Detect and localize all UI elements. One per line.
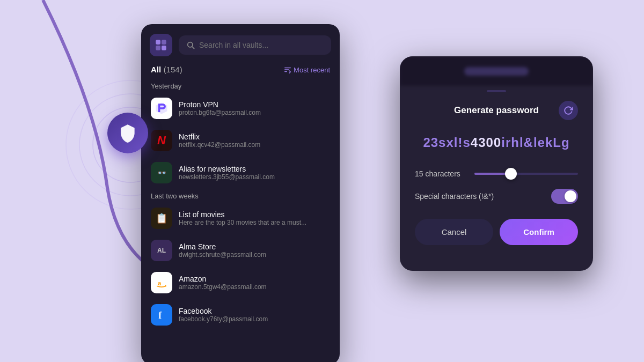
drag-indicator (400, 86, 593, 92)
alias-icon: 👓 (151, 162, 172, 183)
alma-title: Alma Store (179, 242, 330, 251)
svg-text:a: a (158, 279, 162, 287)
generate-password-title: Generate password (434, 105, 559, 116)
password-part3: irhl&lekLg (501, 135, 569, 150)
refresh-button[interactable] (559, 101, 578, 120)
svg-text:f: f (158, 310, 162, 321)
alma-icon: AL (151, 240, 172, 261)
svg-rect-3 (156, 40, 160, 45)
alias-item: Alias for newsletters newsletters.3jb55@… (179, 165, 330, 181)
netflix-icon: N (151, 130, 172, 151)
proton-vpn-item: Proton VPN proton.bg6fa@passmail.com (179, 100, 330, 116)
password-part2: 4300 (471, 135, 501, 150)
confirm-button[interactable]: Confirm (500, 219, 578, 245)
svg-rect-4 (162, 40, 166, 45)
list-item[interactable]: Proton VPN proton.bg6fa@passmail.com (141, 92, 340, 124)
length-slider-row: 15 characters (415, 169, 578, 178)
section-last-two-weeks: Last two weeks (141, 189, 340, 202)
blurred-topbar (400, 56, 593, 86)
proton-icon (151, 98, 172, 119)
vault-count: (154) (164, 65, 182, 74)
app-topbar (141, 24, 340, 63)
search-icon (186, 41, 195, 49)
special-chars-label: Special characters (!&*) (415, 192, 494, 201)
vault-header: All (154) Most recent (141, 63, 340, 79)
vault-title: All (151, 65, 161, 74)
section-yesterday: Yesterday (141, 79, 340, 92)
vault-title-group: All (154) (151, 65, 182, 75)
netflix-title: Netflix (179, 132, 330, 141)
length-label: 15 characters (415, 169, 466, 178)
drag-bar (487, 90, 506, 92)
list-item[interactable]: 👓 Alias for newsletters newsletters.3jb5… (141, 157, 340, 189)
slider-thumb[interactable] (505, 168, 517, 180)
list-item[interactable]: AL Alma Store dwight.schrute@passmail.co… (141, 234, 340, 267)
amazon-email: amazon.5tgw4@passmail.com (179, 283, 330, 291)
movies-item: List of movies Here are the top 30 movie… (179, 210, 330, 226)
password-display: 23sxl!s4300irhl&lekLg (415, 131, 578, 154)
password-text: 23sxl!s4300irhl&lekLg (423, 135, 569, 150)
svg-rect-13 (155, 276, 169, 290)
generate-password-panel: Generate password 23sxl!s4300irhl&lekLg … (400, 56, 593, 271)
facebook-icon: f (151, 304, 172, 326)
facebook-item: Facebook facebook.y76ty@passmail.com (179, 307, 330, 323)
proton-vpn-email: proton.bg6fa@passmail.com (179, 109, 330, 116)
alias-email: newsletters.3jb55@passmail.com (179, 173, 330, 181)
password-manager-panel: All (154) Most recent Yesterday Proton V… (141, 24, 340, 362)
netflix-email: netflix.qcv42@passmail.com (179, 141, 330, 149)
alma-item: Alma Store dwight.schrute@passmail.com (179, 242, 330, 258)
svg-line-8 (192, 47, 194, 49)
movies-desc: Here are the top 30 movies that are a mu… (179, 219, 330, 226)
refresh-icon (564, 106, 573, 115)
facebook-email: facebook.y76ty@passmail.com (179, 315, 330, 323)
cancel-button[interactable]: Cancel (415, 219, 493, 245)
sort-button[interactable]: Most recent (284, 66, 330, 74)
list-item[interactable]: N Netflix netflix.qcv42@passmail.com (141, 124, 340, 157)
movies-title: List of movies (179, 210, 330, 219)
facebook-title: Facebook (179, 307, 330, 315)
length-slider-track[interactable] (474, 173, 578, 175)
amazon-icon: a (151, 272, 172, 293)
rp-content: Generate password 23sxl!s4300irhl&lekLg … (400, 92, 593, 258)
search-input[interactable] (199, 41, 324, 49)
netflix-item: Netflix netflix.qcv42@passmail.com (179, 132, 330, 149)
password-part1: 23sxl!s (423, 135, 470, 150)
special-chars-row: Special characters (!&*) (415, 189, 578, 204)
svg-rect-5 (156, 46, 160, 50)
sort-icon (284, 66, 291, 73)
list-item[interactable]: 📋 List of movies Here are the top 30 mov… (141, 202, 340, 234)
proton-vpn-title: Proton VPN (179, 100, 330, 109)
rp-title-row: Generate password (415, 101, 578, 120)
movies-icon: 📋 (151, 208, 172, 229)
amazon-title: Amazon (179, 275, 330, 283)
shield-float (107, 113, 148, 153)
sort-label: Most recent (294, 66, 330, 74)
blurred-title (464, 67, 529, 76)
alma-email: dwight.schrute@passmail.com (179, 251, 330, 258)
alias-title: Alias for newsletters (179, 165, 330, 173)
app-logo (150, 34, 172, 56)
special-chars-toggle[interactable] (551, 189, 578, 204)
search-bar[interactable] (179, 35, 331, 55)
buttons-row: Cancel Confirm (415, 219, 578, 245)
svg-rect-6 (162, 46, 166, 50)
alma-initials: AL (157, 247, 166, 254)
amazon-item: Amazon amazon.5tgw4@passmail.com (179, 275, 330, 291)
list-item[interactable]: a Amazon amazon.5tgw4@passmail.com (141, 267, 340, 299)
list-item[interactable]: f Facebook facebook.y76ty@passmail.com (141, 299, 340, 331)
toggle-knob (565, 190, 576, 202)
